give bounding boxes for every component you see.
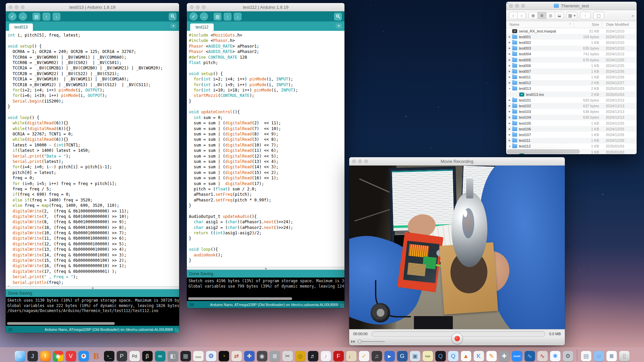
finder-row-test101[interactable]: ▶test101593 bytes2024/12/13 — [506, 97, 637, 103]
radar-app-icon[interactable]: ◔ — [219, 351, 229, 361]
tab-menu-button[interactable]: ▼ — [336, 23, 342, 28]
finder-row-test106[interactable]: ▶test1061 KB2024/12/25 — [506, 126, 637, 132]
minimize-button[interactable] — [15, 5, 18, 9]
titlebar[interactable]: Theremin_test — [506, 2, 637, 10]
flash-icon[interactable]: F — [333, 351, 344, 361]
group-by-button[interactable]: ▦ ▾ — [567, 12, 577, 19]
disclosure-closed-icon[interactable]: ▶ — [508, 47, 512, 50]
upload-button[interactable]: → — [200, 12, 208, 20]
finder-row-test003[interactable]: ▶test003635 bytes2024/12/10 — [506, 46, 637, 51]
new-sketch-button[interactable]: ▤ — [33, 13, 40, 20]
finder-row-test002[interactable]: ▶test0021 KB2024/12/10 — [506, 40, 637, 45]
coverflow-view-button[interactable]: ⬓ — [555, 12, 564, 19]
disclosure-closed-icon[interactable]: ▶ — [508, 41, 512, 44]
finder-row-test107[interactable]: ▶test1071 KB2024/12/26 — [506, 132, 637, 137]
ornate-b-app-icon[interactable]: B — [91, 351, 102, 361]
documents-stack-icon[interactable]: ▤ — [581, 351, 591, 361]
itunes-icon[interactable]: ♪ — [321, 351, 331, 361]
finder-row-test112[interactable]: ▼test1121 KB2025/01/03 — [506, 143, 637, 149]
puredata-icon[interactable]: Pd — [129, 351, 140, 361]
vlc-icon[interactable]: ▲ — [461, 351, 471, 361]
finder-row-test105[interactable]: ▶test1051 KB2024/12/25 — [506, 120, 637, 126]
disclosure-closed-icon[interactable]: ▶ — [508, 64, 512, 67]
tab-test112[interactable]: test112 — [190, 23, 214, 31]
finder-icon[interactable]: ☺ — [15, 351, 25, 361]
verify-button[interactable]: ✓ — [8, 12, 16, 20]
more-toolbar-chevron[interactable]: » — [632, 13, 634, 18]
processing-icon[interactable]: P — [117, 351, 127, 361]
code-editor[interactable]: #include <MozziGuts.h>#include <Phasor.h… — [187, 31, 344, 267]
finder-row-test103[interactable]: ▶test103536 bytes2024/12/13 — [506, 109, 637, 115]
finder-row-serial_RX_test.maxpat[interactable]: @serial_RX_test.maxpat31 KB2024/12/10 — [506, 28, 637, 34]
finder-row-test102[interactable]: ▶test102637 bytes2024/12/13 — [506, 103, 637, 109]
column-name[interactable]: Name — [506, 22, 574, 26]
disk-doctor-icon[interactable]: ✚ — [499, 351, 509, 361]
finder-row-test013[interactable]: ▼test0132 KB2025/01/03 — [506, 86, 637, 92]
terminal-icon[interactable]: >_ — [104, 351, 114, 361]
trash-icon[interactable]: ▯ — [619, 351, 630, 361]
camera-audio-app-icon[interactable]: ◉ — [257, 351, 267, 361]
close-button[interactable] — [509, 4, 513, 8]
disclosure-closed-icon[interactable]: ▶ — [508, 128, 512, 130]
save-sketch-button[interactable]: ↓ — [53, 13, 60, 20]
disclosure-closed-icon[interactable]: ▶ — [508, 110, 512, 113]
volume-knob[interactable] — [358, 340, 362, 343]
volume-slider[interactable] — [357, 341, 385, 342]
serial-monitor-button[interactable] — [169, 13, 176, 20]
switcher-app-icon[interactable]: ⇄ — [231, 351, 242, 361]
forward-button[interactable]: › — [518, 12, 526, 19]
tag-button[interactable]: ▢ — [593, 12, 604, 19]
share-button[interactable]: ↑ — [580, 12, 591, 19]
chrome-icon[interactable]: ◉ — [53, 351, 63, 361]
icon-view-button[interactable]: ▦ — [529, 12, 538, 19]
titlebar[interactable]: test013 | Arduino 1.8.19 — [6, 3, 179, 11]
downloads-list-icon[interactable]: ≣ — [606, 351, 617, 361]
open-sketch-button[interactable]: ↑ — [43, 13, 50, 20]
resize-grip[interactable] — [175, 328, 179, 333]
pages-icon[interactable]: ✎ — [486, 351, 497, 361]
titlebar[interactable]: Movie Recording — [349, 157, 565, 166]
zoom-icon[interactable]: zoom — [512, 351, 522, 361]
pane-splitter[interactable] — [6, 286, 179, 289]
disclosure-closed-icon[interactable]: ▶ — [508, 122, 512, 125]
upload-button[interactable]: → — [19, 12, 27, 20]
traffic-lights[interactable] — [352, 160, 368, 163]
zoom-button[interactable] — [202, 5, 206, 9]
scanner-app-icon[interactable]: ≣ — [270, 351, 280, 361]
zoom-button[interactable] — [21, 5, 24, 9]
traffic-lights[interactable] — [509, 4, 525, 8]
disclosure-closed-icon[interactable]: ▶ — [508, 59, 512, 61]
gold-coin-app-icon[interactable]: ◎ — [295, 351, 306, 361]
finder-row-test012[interactable]: ▶test0122 KB2024/12/27 — [506, 80, 637, 86]
minimize-button[interactable] — [196, 5, 200, 9]
disclosure-closed-icon[interactable]: ▶ — [508, 81, 512, 84]
tab-menu-button[interactable]: ▼ — [170, 23, 176, 28]
finder-row-test104[interactable]: ▶test104630 bytes2024/12/13 — [506, 115, 637, 120]
finder-row-test011[interactable]: ▶test0111 KB2024/12/26 — [506, 74, 637, 80]
garageband-icon[interactable]: ♩ — [346, 351, 357, 361]
code-editor[interactable]: int i, pitch[5], freq, latest; void setu… — [6, 31, 179, 286]
wifi-fan-app-icon[interactable]: ❋ — [550, 351, 560, 361]
arduino-icon[interactable]: ∞ — [155, 351, 165, 361]
propeller-app-icon[interactable]: ❂ — [206, 351, 216, 361]
zoom-button[interactable] — [521, 4, 525, 8]
folder-stack-icon[interactable]: ▱ — [594, 351, 604, 361]
midi-keyboard-app-icon[interactable]: ♬ — [308, 351, 318, 361]
verify-button[interactable]: ✓ — [190, 12, 198, 20]
disclosure-closed-icon[interactable]: ▶ — [508, 76, 512, 78]
g-house-app-icon[interactable]: G — [397, 351, 408, 361]
traffic-lights[interactable] — [9, 5, 24, 9]
tab-test013[interactable]: test013 — [9, 23, 33, 31]
list-view-button[interactable]: ≣ — [538, 12, 546, 19]
new-sketch-button[interactable]: ▤ — [214, 13, 221, 20]
column-view-button[interactable]: ▥ — [546, 12, 555, 19]
audio-unit-icon[interactable]: ▦ — [180, 351, 191, 361]
pane-splitter[interactable] — [187, 267, 344, 270]
console-scrollbar[interactable] — [187, 296, 344, 301]
open-sketch-button[interactable]: ↑ — [224, 13, 231, 20]
zoom-button[interactable] — [364, 160, 368, 163]
disclosure-open-icon[interactable]: ▼ — [508, 87, 512, 90]
jedit-icon[interactable]: J — [28, 351, 38, 361]
finder-row-test007[interactable]: ▶test0071 KB2024/12/26 — [506, 68, 637, 74]
record-button[interactable] — [451, 333, 463, 344]
